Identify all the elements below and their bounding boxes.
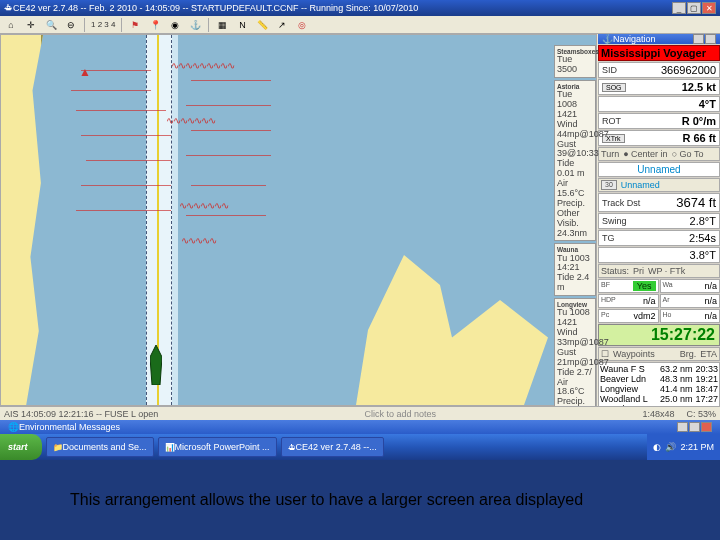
app-icon: ⛴	[4, 3, 13, 13]
status-notes[interactable]: Click to add notes	[170, 409, 630, 419]
rot-value: R 0°/m	[682, 115, 716, 127]
status-left: AIS 14:05:09 12:21:16 -- FUSE L open	[4, 409, 158, 419]
task-button[interactable]: 📁 Documents and Se...	[46, 437, 154, 457]
title-bar[interactable]: ⛴ CE42 ver 2.7.48 -- Feb. 2 2010 - 14:05…	[0, 0, 720, 16]
trackdst-label: Track Dst	[602, 198, 640, 208]
env-icon: 🌐	[8, 422, 19, 432]
app-window: ⛴ CE42 ver 2.7.48 -- Feb. 2 2010 - 14:05…	[0, 0, 720, 460]
close-button[interactable]: ✕	[702, 2, 716, 14]
brg-value: 3.8°T	[690, 249, 716, 261]
turn-value: R 66 ft	[682, 132, 716, 144]
swing-value: 2.8°T	[690, 215, 716, 227]
nav-title-text: Navigation	[613, 34, 656, 44]
svg-marker-0	[150, 345, 162, 385]
station-box[interactable]: WaunaTu 1003 14:21Tide 2.4 m	[554, 243, 596, 296]
env-title: Environmental Messages	[19, 422, 120, 432]
task-button[interactable]: ⛴ CE42 ver 2.7.48 --...	[281, 437, 384, 457]
pin-icon[interactable]: 📍	[148, 18, 162, 32]
sog-button[interactable]: SOG	[602, 83, 626, 92]
rot-label: ROT	[602, 116, 621, 126]
toolbar: ⌂ ✛ 🔍 ⊖ 1 2 3 4 ⚑ 📍 ◉ ⚓ ▦ N 📏 ↗ ◎	[0, 16, 720, 34]
status-scale: 1:48x48	[642, 409, 674, 419]
tg-value: 2:54s	[689, 232, 716, 244]
pc-value: vdm2	[633, 311, 655, 321]
ruler-icon[interactable]: 📏	[255, 18, 269, 32]
env-max[interactable]	[689, 422, 700, 432]
crosshair-icon[interactable]: ✛	[24, 18, 38, 32]
status-disk: C: 53%	[686, 409, 716, 419]
nav-min-button[interactable]	[693, 34, 704, 44]
home-icon[interactable]: ⌂	[4, 18, 18, 32]
station-boxes: SteamsboxesTue3500AstoriaTue 1008 1421Wi…	[554, 45, 596, 406]
minimize-button[interactable]: _	[672, 2, 686, 14]
station-box[interactable]: AstoriaTue 1008 1421Wind 44mp@1087Gust 3…	[554, 80, 596, 242]
wa-value: n/a	[704, 281, 717, 291]
ar-value: n/a	[704, 296, 717, 306]
vessel-name: Mississippi Voyager	[598, 45, 720, 61]
system-tray[interactable]: ◐🔊2:21 PM	[647, 434, 720, 460]
target-icon[interactable]: ◎	[295, 18, 309, 32]
ho-value: n/a	[704, 311, 717, 321]
task-button[interactable]: 📊 Microsoft PowerPoint ...	[158, 437, 277, 457]
navigation-panel: ⚓ Navigation Mississippi Voyager SID3669…	[598, 34, 720, 406]
start-button[interactable]: start	[0, 434, 42, 460]
anchor-icon[interactable]: ⚓	[188, 18, 202, 32]
title-text: CE42 ver 2.7.48 -- Feb. 2 2010 - 14:05:0…	[13, 3, 672, 13]
status-text: Unnamed	[637, 164, 680, 175]
station-box[interactable]: LongviewTu 1008 1421Wind 33mp@1087Gust 2…	[554, 298, 596, 406]
slide-caption: This arrangement allows the user to have…	[70, 490, 650, 510]
own-ship-icon	[150, 345, 162, 385]
windows-taskbar[interactable]: start 📁 Documents and Se... 📊 Microsoft …	[0, 434, 720, 460]
nav-titlebar[interactable]: ⚓ Navigation	[598, 34, 720, 44]
status-grid: BFYes Wan/a HDPn/a Arn/a Pcvdm2 Hon/a	[598, 279, 720, 323]
waypoints-header: ☐WaypointsBrg.ETA	[598, 347, 720, 361]
ais-tracks: ∿∿∿∿∿∿∿∿∿ ∿∿∿∿∿∿∿ ∿∿∿∿∿∿∿ ∿∿∿∿∿	[51, 60, 311, 406]
heading-value: 4°T	[699, 98, 716, 110]
route-icon[interactable]: ↗	[275, 18, 289, 32]
grid-icon[interactable]: ▦	[215, 18, 229, 32]
env-close[interactable]	[701, 422, 712, 432]
center-row: Turn● Center in○ Go To	[598, 147, 720, 161]
zoom-out-icon[interactable]: ⊖	[64, 18, 78, 32]
nav-anchor-icon: ⚓	[602, 34, 613, 44]
zoom-in-icon[interactable]: 🔍	[44, 18, 58, 32]
main-area: ▲ ∿∿∿∿∿∿∿∿∿ ∿∿∿∿∿∿∿ ∿∿∿∿∿∿∿ ∿∿∿∿∿ Steams…	[0, 34, 720, 406]
marker-icon[interactable]: ◉	[168, 18, 182, 32]
speed-value: 12.5 kt	[682, 81, 716, 93]
bf-value: Yes	[633, 281, 656, 291]
layer-numbers[interactable]: 1 2 3 4	[91, 20, 115, 29]
env-messages-bar[interactable]: 🌐 Environmental Messages	[0, 420, 720, 434]
hdp-value: n/a	[643, 296, 656, 306]
flag-icon[interactable]: ⚑	[128, 18, 142, 32]
clock-display: 15:27:22	[598, 324, 720, 346]
sid-value: 366962000	[661, 64, 716, 76]
status-bar: AIS 14:05:09 12:21:16 -- FUSE L open Cli…	[0, 406, 720, 420]
north-icon[interactable]: N	[235, 18, 249, 32]
chart-view[interactable]: ▲ ∿∿∿∿∿∿∿∿∿ ∿∿∿∿∿∿∿ ∿∿∿∿∿∿∿ ∿∿∿∿∿ Steams…	[0, 34, 597, 406]
nav-close-button[interactable]	[705, 34, 716, 44]
station-box[interactable]: SteamsboxesTue3500	[554, 45, 596, 78]
waypoints-list: Wauna F S63.2 nm20:33Beaver Ldn48.3 nm19…	[598, 362, 720, 406]
num-button[interactable]: 30	[601, 180, 617, 190]
sid-label: SID	[602, 65, 617, 75]
env-min[interactable]	[677, 422, 688, 432]
trackdst-value: 3674 ft	[676, 195, 716, 210]
maximize-button[interactable]: ▢	[687, 2, 701, 14]
